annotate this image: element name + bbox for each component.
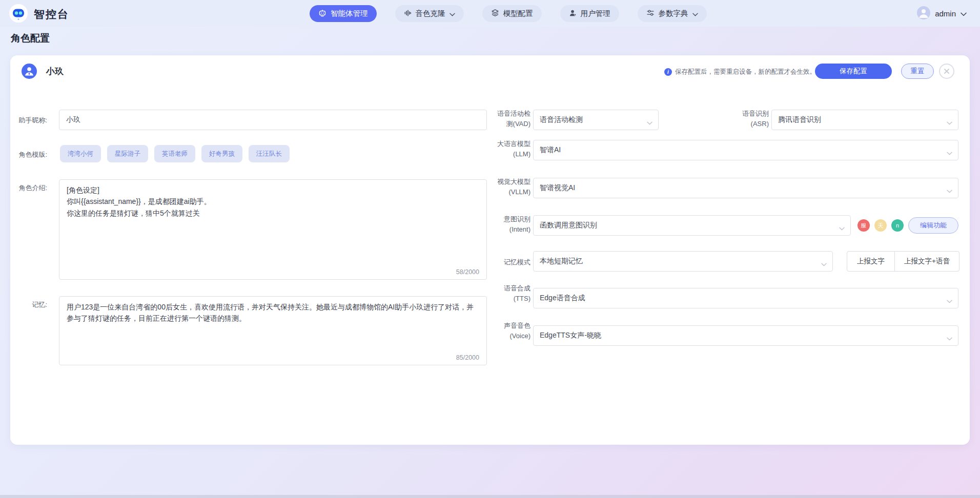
role-template-label: 角色模版:	[17, 150, 47, 159]
tts-value: Edge语音合成	[540, 294, 585, 303]
sliders-icon	[646, 9, 655, 18]
report-mode-group: 上报文字 上报文字+语音	[847, 251, 959, 272]
nav-item-user-management[interactable]: 用户管理	[560, 5, 619, 22]
brand[interactable]: 智控台	[8, 3, 69, 26]
tts-select[interactable]: Edge语音合成	[533, 288, 958, 308]
vllm-label: 视觉大模型(VLLM)	[494, 177, 530, 197]
chevron-down-icon	[692, 10, 698, 18]
memory-label: 记忆:	[17, 300, 47, 309]
memory-box: 用户123是一位来自台湾省的00后女生，喜欢使用流行语，并对天气保持关注。她最近…	[59, 296, 487, 365]
vad-value: 语音活动检测	[540, 115, 583, 125]
vllm-value: 智谱视觉AI	[540, 183, 575, 193]
template-chip[interactable]: 汪汪队长	[249, 145, 290, 162]
tts-label: 语音合成(TTS)	[494, 283, 530, 304]
template-chip[interactable]: 湾湾小何	[60, 145, 101, 162]
nav-item-label: 用户管理	[581, 9, 610, 18]
asr-select[interactable]: 腾讯语音识别	[771, 110, 958, 130]
template-chip[interactable]: 英语老师	[154, 145, 195, 162]
chevron-down-icon	[947, 149, 952, 157]
robot-logo-icon	[8, 3, 29, 26]
vllm-select[interactable]: 智谱视觉AI	[533, 178, 958, 198]
nav-item-label: 音色克隆	[416, 9, 445, 18]
restart-notice: i 保存配置后，需要重启设备，新的配置才会生效。	[664, 68, 816, 76]
memory-char-counter: 85/2000	[456, 354, 479, 361]
template-chip[interactable]: 好奇男孩	[201, 145, 242, 162]
edit-functions-button[interactable]: 编辑功能	[908, 217, 958, 234]
info-icon: i	[664, 68, 672, 76]
chevron-down-icon	[947, 297, 952, 305]
username: admin	[935, 9, 956, 18]
memory-textarea[interactable]: 用户123是一位来自台湾省的00后女生，喜欢使用流行语，并对天气保持关注。她最近…	[59, 297, 486, 365]
main-nav: 智能体管理 音色克隆 模型配置	[310, 5, 707, 22]
layers-icon	[491, 9, 499, 18]
robot-icon	[318, 9, 326, 18]
asr-label: 语音识别(ASR)	[732, 109, 769, 129]
function-badge: 服	[858, 219, 870, 232]
voice-value: EdgeTTS女声-晓晓	[540, 331, 601, 340]
brand-name: 智控台	[34, 7, 69, 22]
voice-select[interactable]: EdgeTTS女声-晓晓	[533, 325, 958, 346]
agent-avatar	[22, 64, 37, 81]
chevron-down-icon	[947, 118, 952, 127]
waveform-icon	[404, 9, 412, 18]
user-avatar	[917, 6, 930, 21]
intro-char-counter: 58/2000	[456, 268, 479, 276]
chevron-down-icon	[647, 118, 652, 127]
llm-value: 智谱AI	[540, 146, 561, 155]
role-intro-box: [角色设定] 你叫{{assistant_name}}，是成都团建ai助手。 你…	[59, 179, 487, 280]
user-menu[interactable]: admin	[917, 6, 967, 21]
notice-text: 保存配置后，需要重启设备，新的配置才会生效。	[675, 68, 816, 76]
memory-mode-value: 本地短期记忆	[540, 257, 583, 266]
agent-name: 小玖	[46, 66, 64, 77]
memory-mode-label: 记忆模式	[494, 257, 530, 267]
role-intro-textarea[interactable]: [角色设定] 你叫{{assistant_name}}，是成都团建ai助手。 你…	[59, 180, 486, 279]
nav-item-model-config[interactable]: 模型配置	[482, 5, 542, 22]
nav-item-label: 智能体管理	[331, 9, 368, 18]
vad-label: 语音活动检测(VAD)	[494, 109, 530, 129]
function-badge: n	[891, 219, 904, 232]
vad-select[interactable]: 语音活动检测	[533, 110, 659, 130]
nav-item-voice-clone[interactable]: 音色克隆	[395, 5, 464, 22]
intent-select[interactable]: 函数调用意图识别	[533, 215, 851, 236]
close-icon[interactable]	[939, 64, 954, 79]
intent-label: 意图识别(Intent)	[494, 214, 530, 235]
role-intro-label: 角色介绍:	[17, 183, 47, 193]
user-icon	[569, 9, 577, 18]
function-badge: 天	[874, 219, 887, 232]
nickname-input[interactable]	[59, 110, 487, 130]
nav-item-label: 参数字典	[659, 9, 688, 18]
voice-label: 声音音色(Voice)	[494, 321, 530, 341]
top-navbar: 智控台 智能体管理 音色克隆	[0, 0, 980, 27]
chevron-down-icon	[839, 224, 845, 232]
nickname-label: 助手昵称:	[17, 116, 47, 125]
bottom-edge	[0, 495, 980, 498]
template-chip[interactable]: 星际游子	[107, 145, 148, 162]
llm-select[interactable]: 智谱AI	[533, 140, 958, 160]
chevron-down-icon	[450, 10, 455, 18]
memory-mode-select[interactable]: 本地短期记忆	[533, 251, 833, 272]
chevron-down-icon	[961, 9, 967, 18]
nav-item-agent-management[interactable]: 智能体管理	[310, 5, 377, 22]
role-template-chips: 湾湾小何 星际游子 英语老师 好奇男孩 汪汪队长	[60, 145, 290, 162]
save-config-button[interactable]: 保存配置	[815, 64, 892, 79]
report-text-button[interactable]: 上报文字	[847, 252, 894, 271]
nav-item-label: 模型配置	[503, 9, 533, 18]
role-config-card: 小玖 i 保存配置后，需要重启设备，新的配置才会生效。 保存配置 重置 助手昵称…	[10, 55, 970, 445]
reset-button[interactable]: 重置	[901, 64, 934, 79]
chevron-down-icon	[947, 334, 952, 342]
chevron-down-icon	[947, 186, 952, 195]
page-title: 角色配置	[11, 32, 50, 45]
report-text-voice-button[interactable]: 上报文字+语音	[894, 252, 959, 271]
llm-label: 大语言模型(LLM)	[494, 139, 530, 159]
nav-item-param-dictionary[interactable]: 参数字典	[638, 5, 707, 22]
asr-value: 腾讯语音识别	[778, 115, 821, 125]
intent-value: 函数调用意图识别	[540, 221, 597, 230]
chevron-down-icon	[821, 260, 827, 268]
